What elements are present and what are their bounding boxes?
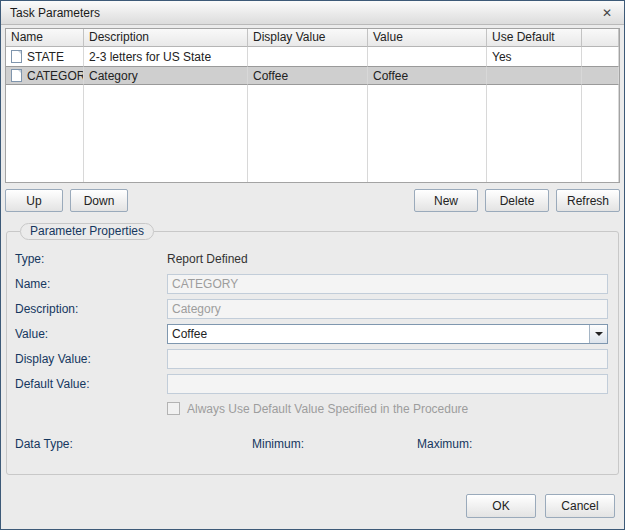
value-dropdown[interactable]: Coffee bbox=[167, 324, 608, 344]
table-row-state-cell-name[interactable]: STATE bbox=[6, 47, 84, 66]
name-row: Name: bbox=[15, 271, 610, 296]
minimum-label: Minimum: bbox=[252, 437, 417, 451]
display-value-row: Display Value: bbox=[15, 346, 610, 371]
cell-name: STATE bbox=[27, 50, 64, 64]
cell-name: CATEGORY bbox=[27, 69, 84, 83]
new-button[interactable]: New bbox=[414, 189, 478, 212]
default-value-label: Default Value: bbox=[15, 377, 167, 391]
table-row-state-cell-display-value[interactable] bbox=[248, 47, 368, 66]
column-header-name: Name bbox=[6, 29, 84, 47]
table-row-category-cell-use-default[interactable] bbox=[487, 66, 582, 85]
use-default-checkbox-label: Always Use Default Value Specified in th… bbox=[187, 402, 468, 416]
parameter-properties-group: Parameter Properties Type: Report Define… bbox=[6, 223, 619, 475]
description-row: Description: bbox=[15, 296, 610, 321]
use-default-checkbox bbox=[167, 402, 180, 415]
column-header-spacer bbox=[582, 29, 619, 47]
display-value-label: Display Value: bbox=[15, 352, 167, 366]
value-dropdown-selected: Coffee bbox=[168, 325, 589, 343]
description-label: Description: bbox=[15, 302, 167, 316]
column-header-description: Description bbox=[84, 29, 248, 47]
display-value-field bbox=[167, 349, 608, 369]
edit-buttons: New Delete Refresh bbox=[414, 189, 620, 212]
table-empty-area bbox=[248, 85, 368, 182]
dialog-title: Task Parameters bbox=[10, 6, 100, 20]
name-label: Name: bbox=[15, 277, 167, 291]
close-icon[interactable]: ✕ bbox=[599, 6, 615, 20]
task-parameters-dialog: Task Parameters ✕ Name Description Displ… bbox=[0, 0, 625, 530]
table-empty-area bbox=[487, 85, 582, 182]
document-icon bbox=[11, 69, 22, 82]
parameters-table: Name Description Display Value Value Use… bbox=[5, 28, 620, 183]
table-row-state-cell-description[interactable]: 2-3 letters for US State bbox=[84, 47, 248, 66]
column-header-use-default: Use Default bbox=[487, 29, 582, 47]
description-field bbox=[167, 299, 608, 319]
table-row-state-cell-value[interactable] bbox=[368, 47, 487, 66]
default-value-row: Default Value: bbox=[15, 371, 610, 396]
maximum-label: Maximum: bbox=[417, 437, 472, 451]
value-label: Value: bbox=[15, 327, 167, 341]
name-field bbox=[167, 274, 608, 294]
refresh-button[interactable]: Refresh bbox=[556, 189, 620, 212]
table-empty-area bbox=[582, 85, 619, 182]
dropdown-arrow-button[interactable] bbox=[589, 325, 607, 343]
table-empty-area bbox=[6, 85, 84, 182]
delete-button[interactable]: Delete bbox=[485, 189, 549, 212]
table-empty-area bbox=[368, 85, 487, 182]
table-row-category-cell-spacer[interactable] bbox=[582, 66, 619, 85]
data-type-label: Data Type: bbox=[15, 437, 252, 451]
order-buttons: Up Down bbox=[5, 189, 128, 212]
column-header-value: Value bbox=[368, 29, 487, 47]
up-button[interactable]: Up bbox=[5, 189, 63, 212]
title-bar: Task Parameters ✕ bbox=[1, 1, 624, 25]
table-row-category-cell-name[interactable]: CATEGORY bbox=[6, 66, 84, 85]
parameter-properties-legend: Parameter Properties bbox=[20, 223, 154, 240]
cancel-button[interactable]: Cancel bbox=[545, 494, 615, 518]
chevron-down-icon bbox=[595, 332, 603, 336]
ok-button[interactable]: OK bbox=[466, 494, 536, 518]
column-header-display-value: Display Value bbox=[248, 29, 368, 47]
table-row-category-cell-value[interactable]: Coffee bbox=[368, 66, 487, 85]
table-empty-area bbox=[84, 85, 248, 182]
table-toolbar: Up Down New Delete Refresh bbox=[5, 189, 620, 212]
type-label: Type: bbox=[15, 252, 167, 266]
default-value-field bbox=[167, 374, 608, 394]
dialog-footer: OK Cancel bbox=[1, 494, 624, 529]
table-row-state-cell-spacer[interactable] bbox=[582, 47, 619, 66]
value-row: Value: Coffee bbox=[15, 321, 610, 346]
use-default-checkbox-row: Always Use Default Value Specified in th… bbox=[15, 396, 610, 421]
table-row-category-cell-display-value[interactable]: Coffee bbox=[248, 66, 368, 85]
type-value: Report Defined bbox=[167, 252, 248, 266]
table-row-state-cell-use-default[interactable]: Yes bbox=[487, 47, 582, 66]
document-icon bbox=[11, 50, 22, 63]
type-row: Type: Report Defined bbox=[15, 246, 610, 271]
table-row-category-cell-description[interactable]: Category bbox=[84, 66, 248, 85]
data-type-row: Data Type: Minimum: Maximum: bbox=[15, 431, 610, 456]
down-button[interactable]: Down bbox=[70, 189, 128, 212]
